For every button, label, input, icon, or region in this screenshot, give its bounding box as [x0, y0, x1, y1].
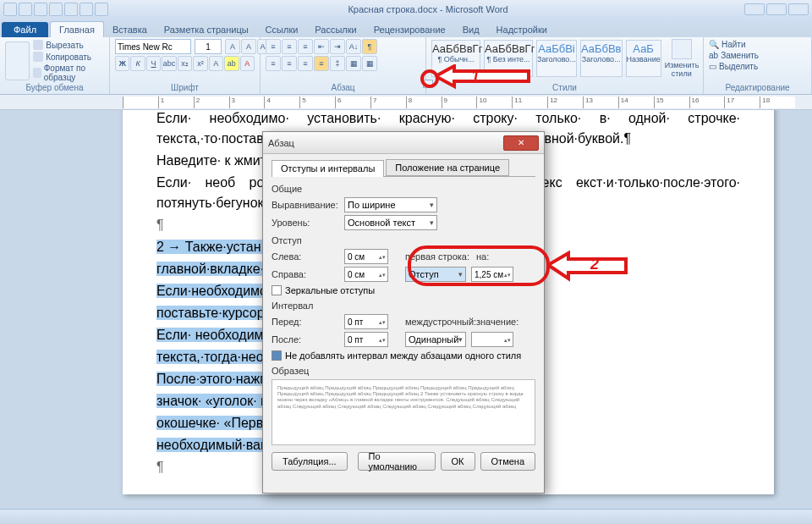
- section-general: Общие: [272, 184, 535, 194]
- change-styles-button[interactable]: Изменить стили: [665, 39, 699, 78]
- nospace-check[interactable]: Не добавлять интервал между абзацами одн…: [272, 350, 535, 361]
- word-icon: [3, 3, 17, 16]
- level-label: Уровень:: [272, 218, 339, 228]
- shrink-font-icon[interactable]: A: [241, 39, 256, 54]
- numbering-icon[interactable]: ≡: [282, 39, 297, 54]
- find-button[interactable]: 🔍Найти: [709, 39, 806, 50]
- sort-icon[interactable]: A↓: [346, 39, 361, 54]
- font-size-select[interactable]: [195, 39, 222, 54]
- qat-item[interactable]: [64, 3, 78, 16]
- before-label: Перед:: [272, 317, 339, 327]
- save-icon[interactable]: [19, 3, 32, 16]
- level-select[interactable]: Основной текст: [344, 215, 437, 230]
- indent-icon[interactable]: ⇥: [330, 39, 345, 54]
- replace-icon: ab: [709, 51, 718, 60]
- after-spinner[interactable]: 0 пт: [344, 332, 388, 347]
- lineat-spinner[interactable]: [471, 332, 513, 347]
- style-heading2[interactable]: АаБбВвЗаголово...: [580, 40, 623, 77]
- style-title[interactable]: АаБНазвание: [626, 40, 661, 77]
- ruler-inner[interactable]: 123456789101112131415161718: [123, 97, 795, 108]
- qat-item[interactable]: [95, 3, 108, 16]
- highlight-button[interactable]: ab: [224, 56, 239, 71]
- copy-button[interactable]: Копировать: [33, 51, 104, 63]
- paragraph-dialog-launcher[interactable]: [423, 80, 433, 88]
- undo-icon[interactable]: [34, 3, 47, 16]
- tab-review[interactable]: Рецензирование: [365, 22, 454, 37]
- borders-icon[interactable]: ▦: [362, 56, 377, 71]
- grow-font-icon[interactable]: A: [225, 39, 240, 54]
- brush-icon: [33, 68, 41, 78]
- left-spinner[interactable]: 0 см: [344, 249, 388, 264]
- tab-home[interactable]: Главная: [50, 21, 104, 37]
- select-button[interactable]: ▭Выделить: [709, 61, 806, 72]
- dialog-close-button[interactable]: ✕: [503, 135, 539, 151]
- style-nospacing[interactable]: АаБбВвГг¶ Без инте...: [484, 40, 533, 77]
- paste-button[interactable]: [5, 41, 30, 80]
- tabstops-button[interactable]: Табуляция...: [272, 452, 348, 471]
- group-paragraph: ≡≡≡ ⇤⇥ A↓¶ ≡≡≡≡ ‡▦▦ Абзац: [261, 37, 426, 94]
- section-spacing: Интервал: [272, 301, 535, 311]
- shading-icon[interactable]: ▦: [346, 56, 361, 71]
- maximize-button[interactable]: [766, 3, 787, 15]
- dialog-tab-indents[interactable]: Отступы и интервалы: [272, 160, 384, 177]
- tab-references[interactable]: Ссылки: [257, 22, 307, 37]
- before-spinner[interactable]: 0 пт: [344, 314, 388, 329]
- tab-view[interactable]: Вид: [454, 22, 488, 37]
- underline-button[interactable]: Ч: [146, 56, 161, 71]
- select-icon: ▭: [709, 62, 716, 71]
- bold-button[interactable]: Ж: [115, 56, 129, 71]
- window-title: Красная строка.docx - Microsoft Word: [112, 4, 744, 14]
- tab-layout[interactable]: Разметка страницы: [156, 22, 257, 37]
- style-heading1[interactable]: АаБбВіЗаголово...: [536, 40, 577, 77]
- effects-button[interactable]: A: [209, 56, 223, 71]
- align-select[interactable]: По ширине: [344, 197, 437, 212]
- after-label: После:: [272, 334, 339, 345]
- right-spinner[interactable]: 0 см: [344, 267, 388, 282]
- tab-mailings[interactable]: Рассылки: [306, 22, 365, 37]
- minimize-button[interactable]: [744, 3, 765, 15]
- align-center-icon[interactable]: ≡: [282, 56, 297, 71]
- redo-icon[interactable]: [49, 3, 63, 16]
- align-right-icon[interactable]: ≡: [298, 56, 313, 71]
- default-button[interactable]: По умолчанию: [358, 452, 436, 471]
- font-color-button[interactable]: A: [240, 56, 255, 71]
- showmarks-icon[interactable]: ¶: [362, 39, 377, 54]
- strike-button[interactable]: abc: [162, 56, 176, 71]
- copy-icon: [33, 52, 43, 62]
- status-bar: [0, 509, 812, 524]
- dialog-titlebar[interactable]: Абзац ✕: [263, 132, 544, 154]
- superscript-button[interactable]: x²: [193, 56, 207, 71]
- format-painter-button[interactable]: Формат по образцу: [33, 63, 104, 83]
- qat-item[interactable]: [80, 3, 93, 16]
- line-select[interactable]: Одинарный: [405, 332, 466, 347]
- style-normal[interactable]: АаБбВвГг¶ Обычн...: [431, 40, 480, 77]
- multilevel-icon[interactable]: ≡: [298, 39, 313, 54]
- tab-file[interactable]: Файл: [2, 22, 48, 37]
- line-spacing-icon[interactable]: ‡: [330, 56, 345, 71]
- ok-button[interactable]: ОК: [441, 452, 475, 471]
- outdent-icon[interactable]: ⇤: [314, 39, 329, 54]
- tab-insert[interactable]: Вставка: [104, 22, 156, 37]
- close-button[interactable]: [788, 3, 809, 15]
- replace-button[interactable]: abЗаменить: [709, 50, 806, 61]
- cancel-button[interactable]: Отмена: [480, 452, 535, 471]
- font-family-select[interactable]: [115, 39, 191, 54]
- firstline-select[interactable]: Отступ: [405, 267, 466, 282]
- tab-addins[interactable]: Надстройки: [488, 22, 556, 37]
- subscript-button[interactable]: x₂: [178, 56, 192, 71]
- italic-button[interactable]: К: [130, 56, 145, 71]
- group-editing: 🔍Найти abЗаменить ▭Выделить Редактирован…: [704, 37, 812, 94]
- checkbox-icon: [272, 350, 282, 361]
- section-sample: Образец: [272, 366, 535, 376]
- group-label: Стили: [431, 83, 698, 92]
- ruler[interactable]: 123456789101112131415161718: [0, 95, 812, 110]
- justify-icon[interactable]: ≡: [314, 56, 329, 71]
- bullets-icon[interactable]: ≡: [266, 39, 281, 54]
- paragraph-dialog: Абзац ✕ Отступы и интервалы Положение на…: [262, 131, 545, 494]
- by-spinner[interactable]: 1,25 см: [471, 267, 513, 282]
- align-left-icon[interactable]: ≡: [266, 56, 281, 71]
- mirror-check[interactable]: Зеркальные отступы: [272, 285, 535, 295]
- dialog-tab-position[interactable]: Положение на странице: [386, 159, 509, 176]
- cut-button[interactable]: Вырезать: [33, 39, 104, 51]
- group-label: Абзац: [266, 83, 420, 92]
